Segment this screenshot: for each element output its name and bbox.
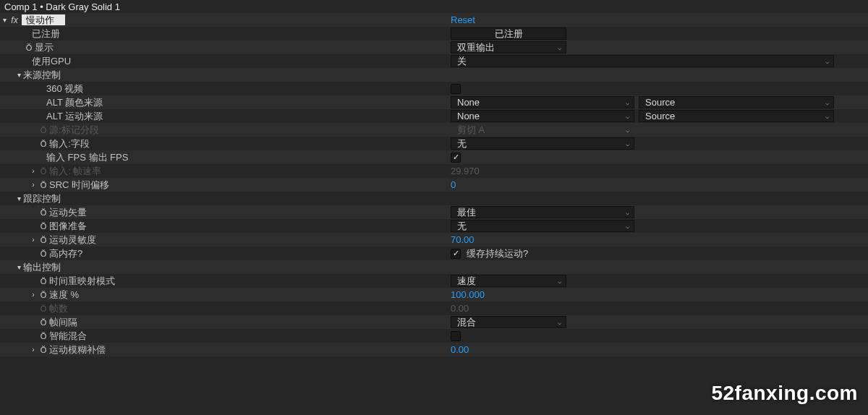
- chevron-down-icon: ⌵: [825, 113, 829, 120]
- chevron-down-icon: ⌵: [626, 140, 629, 147]
- row-input-field: Ŏ 输入:字段 无⌵: [0, 137, 868, 150]
- chevron-down-icon: ⌵: [626, 209, 629, 216]
- input-field-label: 输入:字段: [49, 137, 90, 150]
- stopwatch-icon[interactable]: Ŏ: [38, 140, 49, 148]
- input-rate-label: 输入: 帧速率: [49, 165, 101, 178]
- effect-name[interactable]: 慢动作: [22, 14, 65, 25]
- row-360-video: 360 视频: [0, 82, 868, 95]
- marker-seg-label: 源:标记分段: [49, 124, 99, 137]
- source-control-twirl-icon[interactable]: ▾: [14, 71, 23, 79]
- motion-sens-value[interactable]: 70.00: [451, 234, 475, 245]
- stopwatch-icon[interactable]: Ŏ: [38, 208, 49, 217]
- use-gpu-dropdown[interactable]: 关⌵: [451, 55, 834, 67]
- video360-checkbox[interactable]: [451, 84, 461, 94]
- track-control-twirl-icon[interactable]: ▾: [14, 194, 23, 202]
- panel-breadcrumb: Comp 1 • Dark Gray Solid 1: [0, 0, 868, 13]
- stopwatch-icon[interactable]: Ŏ: [38, 318, 49, 327]
- stopwatch-icon[interactable]: Ŏ: [38, 332, 49, 341]
- stopwatch-icon[interactable]: Ŏ: [38, 249, 49, 258]
- row-registered: 已注册 已注册: [0, 27, 868, 40]
- row-time-remap: Ŏ 时间重映射模式 速度⌵: [0, 274, 868, 288]
- image-prep-dropdown[interactable]: 无⌵: [451, 220, 634, 232]
- row-marker-seg: Ŏ 源:标记分段 剪切 A⌵: [0, 123, 868, 137]
- chevron-down-icon: ⌵: [626, 127, 629, 134]
- display-dropdown[interactable]: 双重输出⌵: [451, 41, 566, 54]
- fps-io-checkbox[interactable]: [451, 153, 461, 163]
- chevron-down-icon: ⌵: [558, 319, 561, 326]
- high-mem-check-label: 缓存持续运动?: [467, 247, 528, 260]
- expand-icon[interactable]: ›: [29, 181, 38, 189]
- registered-label: 已注册: [32, 27, 60, 40]
- high-mem-label: 高内存?: [49, 247, 82, 260]
- output-control-twirl-icon[interactable]: ▾: [14, 263, 23, 271]
- video360-label: 360 视频: [46, 82, 83, 95]
- input-rate-value: 29.970: [451, 166, 480, 176]
- stopwatch-icon[interactable]: Ŏ: [38, 277, 49, 286]
- row-alt-color: ALT 颜色来源 None⌵ Source⌵: [0, 95, 868, 109]
- stopwatch-icon[interactable]: Ŏ: [38, 181, 49, 189]
- frames-label: 帧数: [49, 302, 68, 315]
- row-speed-pct: › Ŏ 速度 % 100.000: [0, 288, 868, 301]
- frame-int-dropdown[interactable]: 混合⌵: [451, 316, 566, 328]
- time-remap-dropdown[interactable]: 速度⌵: [451, 275, 566, 287]
- chevron-down-icon: ⌵: [626, 99, 629, 106]
- motion-sens-label: 运动灵敏度: [49, 234, 96, 247]
- stopwatch-icon: Ŏ: [38, 167, 49, 176]
- row-output-control: ▾ 输出控制: [0, 260, 868, 274]
- fps-io-label: 输入 FPS 输出 FPS: [46, 151, 128, 164]
- source-control-label: 来源控制: [23, 69, 61, 82]
- output-control-label: 输出控制: [23, 261, 61, 274]
- stopwatch-icon[interactable]: Ŏ: [38, 236, 49, 244]
- row-track-control: ▾ 跟踪控制: [0, 192, 868, 205]
- row-alt-motion: ALT 运动来源 None⌵ Source⌵: [0, 109, 868, 123]
- row-high-mem: Ŏ 高内存? 缓存持续运动?: [0, 247, 868, 260]
- motion-blur-value[interactable]: 0.00: [451, 344, 469, 355]
- frames-value: 0.00: [451, 303, 469, 314]
- speed-pct-value[interactable]: 100.000: [451, 289, 485, 300]
- row-display: Ŏ 显示 双重输出⌵: [0, 40, 868, 54]
- stopwatch-icon[interactable]: Ŏ: [23, 43, 35, 52]
- reset-link[interactable]: Reset: [451, 14, 475, 25]
- smart-blend-checkbox[interactable]: [451, 331, 461, 341]
- speed-pct-label: 速度 %: [49, 288, 79, 301]
- chevron-down-icon: ⌵: [825, 99, 829, 106]
- src-offset-value[interactable]: 0: [451, 179, 456, 190]
- row-fps-io: 输入 FPS 输出 FPS: [0, 150, 868, 164]
- expand-icon[interactable]: ›: [29, 291, 38, 299]
- row-input-rate: › Ŏ 输入: 帧速率 29.970: [0, 164, 868, 178]
- alt-motion-source-dropdown[interactable]: Source⌵: [639, 110, 834, 122]
- alt-color-source-dropdown[interactable]: Source⌵: [639, 96, 834, 108]
- registered-field[interactable]: 已注册: [451, 27, 566, 40]
- motion-vec-label: 运动矢量: [49, 206, 87, 219]
- stopwatch-icon[interactable]: Ŏ: [38, 346, 49, 354]
- row-smart-blend: Ŏ 智能混合: [0, 329, 868, 343]
- row-frames: Ŏ 帧数 0.00: [0, 301, 868, 315]
- expand-icon[interactable]: ›: [29, 236, 38, 244]
- alt-motion-dropdown[interactable]: None⌵: [451, 110, 634, 122]
- row-motion-vec: Ŏ 运动矢量 最佳⌵: [0, 205, 868, 219]
- effect-twirl-icon[interactable]: ▾: [0, 16, 9, 24]
- row-image-prep: Ŏ 图像准备 无⌵: [0, 219, 868, 233]
- watermark: 52fanxing.com: [711, 382, 858, 405]
- stopwatch-icon: Ŏ: [38, 126, 49, 134]
- marker-seg-dropdown: 剪切 A⌵: [451, 124, 634, 136]
- effect-header: ▾ 慢动作 Reset: [0, 13, 868, 27]
- expand-icon[interactable]: ›: [29, 346, 38, 354]
- alt-color-dropdown[interactable]: None⌵: [451, 96, 634, 108]
- chevron-down-icon: ⌵: [626, 113, 629, 120]
- motion-vec-dropdown[interactable]: 最佳⌵: [451, 206, 634, 218]
- row-src-offset: › Ŏ SRC 时间偏移 0: [0, 178, 868, 192]
- fx-icon[interactable]: [9, 15, 20, 25]
- high-mem-checkbox[interactable]: [451, 249, 461, 259]
- expand-icon[interactable]: ›: [29, 167, 38, 175]
- stopwatch-icon[interactable]: Ŏ: [38, 291, 49, 299]
- input-field-dropdown[interactable]: 无⌵: [451, 137, 634, 150]
- chevron-down-icon: ⌵: [825, 58, 829, 65]
- stopwatch-icon[interactable]: Ŏ: [38, 222, 49, 231]
- display-label: 显示: [35, 41, 54, 54]
- use-gpu-label: 使用GPU: [32, 55, 71, 68]
- image-prep-label: 图像准备: [49, 220, 87, 233]
- stopwatch-icon: Ŏ: [38, 304, 49, 313]
- alt-motion-label: ALT 运动来源: [46, 110, 103, 123]
- chevron-down-icon: ⌵: [558, 44, 561, 51]
